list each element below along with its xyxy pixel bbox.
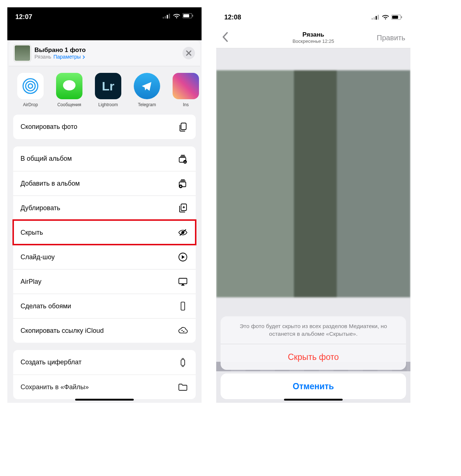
nav-title: Рязань Воскресенье 12:25 [292,31,334,44]
hide-photo-button[interactable]: Скрыть фото [221,344,406,370]
airdrop-icon [21,77,40,95]
status-bar: 12:08 [216,7,410,27]
app-label: Ins [171,102,200,107]
add-album-icon [177,178,188,189]
sheet-title: Выбрано 1 фото [34,47,86,54]
status-bar: 12:07 [7,7,202,40]
back-button[interactable] [221,32,229,44]
battery-icon [391,15,402,20]
action-group-2: В общий альбом Добавить в альбом Дублиро… [13,146,196,343]
action-icloud-link[interactable]: Скопировать ссылку iCloud [13,318,196,343]
sheet-location: Рязань [34,54,51,60]
action-label: Дублировать [21,204,60,212]
telegram-icon [140,79,154,93]
play-icon [177,252,188,263]
wifi-icon [382,15,389,20]
action-label: AirPlay [21,278,41,286]
sheet-header: Выбрано 1 фото Рязань Параметры [9,40,200,66]
action-shared-album[interactable]: В общий альбом [13,146,196,171]
status-icons [163,13,193,19]
airplay-icon [177,276,188,287]
svg-rect-26 [378,15,379,19]
watch-icon [177,357,188,368]
action-save-files[interactable]: Сохранить в «Файлы» [13,375,196,399]
action-label: Добавить в альбом [21,180,80,187]
action-label: Сделать обоями [21,302,71,310]
svg-rect-11 [181,123,186,130]
svg-rect-25 [376,16,377,20]
close-icon [186,50,192,56]
svg-point-14 [185,161,185,161]
app-label: Сообщения [54,102,84,107]
app-airdrop[interactable]: AirDrop [15,73,45,107]
app-lightroom[interactable]: Lr Lightroom [93,73,123,107]
action-label: Скопировать ссылку iCloud [21,327,104,335]
action-wallpaper[interactable]: Сделать обоями [13,294,196,318]
edit-button[interactable]: Править [377,33,405,42]
alert-box: Это фото будет скрыто из всех разделов М… [221,316,406,370]
svg-rect-28 [392,15,398,19]
hide-icon [177,227,188,238]
signal-icon [163,14,171,19]
shared-album-icon [177,153,188,164]
folder-icon [177,382,188,393]
svg-rect-29 [401,16,402,18]
action-group-3: Создать циферблат Сохранить в «Файлы» [13,350,196,399]
svg-point-8 [26,81,35,91]
copy-icon [177,122,188,133]
svg-rect-23 [372,18,373,19]
action-slideshow[interactable]: Слайд-шоу [13,245,196,269]
action-label: Скопировать фото [21,123,77,131]
action-hide[interactable]: Скрыть [13,220,196,245]
wifi-icon [173,14,180,19]
chevron-right-icon [82,55,85,59]
close-button[interactable] [182,47,195,59]
duplicate-icon [177,202,188,213]
svg-rect-0 [163,17,164,18]
action-watch-face[interactable]: Создать циферблат [13,350,196,375]
alert-message: Это фото будет скрыто из всех разделов М… [221,316,406,344]
app-telegram[interactable]: Telegram [132,73,162,107]
battery-icon [182,13,193,19]
action-add-album[interactable]: Добавить в альбом [13,171,196,196]
app-label: AirDrop [15,102,45,107]
action-duplicate[interactable]: Дублировать [13,196,196,220]
action-label: Сохранить в «Файлы» [21,383,89,391]
photo-viewer[interactable]: Это фото будет скрыто из всех разделов М… [216,48,410,403]
home-indicator[interactable] [75,399,134,401]
svg-rect-24 [374,17,375,20]
action-copy-photo[interactable]: Скопировать фото [13,115,196,139]
svg-rect-5 [183,14,189,18]
action-label: В общий альбом [21,155,72,163]
action-group-1: Скопировать фото [13,115,196,139]
status-icons [372,15,402,20]
svg-rect-20 [179,278,187,284]
chevron-left-icon [221,32,229,42]
sheet-subtitle: Рязань Параметры [34,54,86,60]
app-label: Telegram [132,102,162,107]
action-airplay[interactable]: AirPlay [13,269,196,294]
phone-share-sheet: 12:07 Выбрано 1 фото Рязань Параметры [7,7,202,403]
cloud-link-icon [177,325,188,336]
status-time: 12:08 [224,14,241,21]
phone-hide-confirm: 12:08 Рязань Воскресенье 12:25 Править Э… [216,7,410,403]
selected-photo-thumbnail [14,45,31,62]
messages-icon [61,78,78,94]
app-instagram[interactable]: Ins [171,73,200,107]
svg-rect-22 [181,360,185,365]
action-label: Скрыть [21,229,43,237]
signal-icon [372,15,380,20]
nav-bar: Рязань Воскресенье 12:25 Править [216,27,410,48]
svg-rect-1 [165,16,166,19]
action-label: Создать циферблат [21,358,81,366]
cancel-button[interactable]: Отменить [221,373,406,399]
svg-rect-3 [169,14,170,18]
svg-rect-21 [181,302,185,310]
action-sheet: Это фото будет скрыто из всех разделов М… [221,316,406,399]
sheet-options-link[interactable]: Параметры [54,54,85,60]
app-messages[interactable]: Сообщения [54,73,84,107]
action-label: Слайд-шоу [21,253,55,261]
share-apps-row[interactable]: AirDrop Сообщения Lr Lightroom Telegram [9,66,200,111]
share-sheet: Выбрано 1 фото Рязань Параметры AirDrop [9,40,200,403]
home-indicator[interactable] [284,399,343,401]
